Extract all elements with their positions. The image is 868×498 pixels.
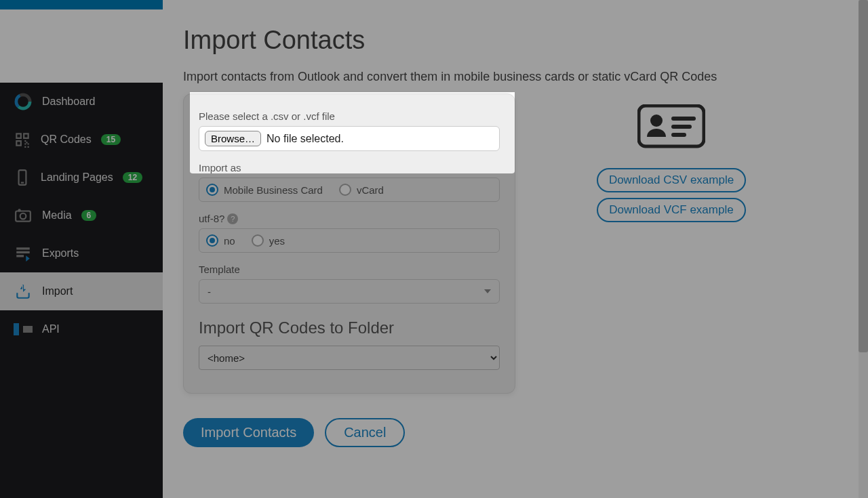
radio-indicator-icon: [206, 184, 218, 196]
scrollbar-thumb[interactable]: [859, 0, 868, 352]
utf8-label: utf-8? ?: [199, 213, 500, 224]
sidebar-item-label: Import: [42, 285, 73, 297]
import-panel: Please select a .csv or .vcf file Browse…: [183, 94, 515, 394]
camera-icon: [14, 207, 33, 224]
template-label: Template: [199, 264, 500, 275]
top-accent-bar: [0, 0, 163, 9]
radio-indicator-icon: [339, 184, 351, 196]
svg-rect-9: [23, 326, 33, 333]
svg-point-7: [18, 209, 20, 211]
sidebar-item-exports[interactable]: Exports: [0, 234, 163, 272]
file-input-row[interactable]: Browse… No file selected.: [199, 126, 500, 151]
vcard-illustration-icon: [637, 104, 705, 153]
sidebar-item-label: Dashboard: [42, 96, 95, 108]
radio-label: no: [224, 235, 235, 247]
radio-indicator-icon: [252, 234, 264, 247]
page-root: My Account Logout Dashboard QR Codes 15 …: [0, 0, 868, 498]
file-status-text: No file selected.: [267, 133, 344, 145]
form-actions: Import Contacts Cancel: [183, 418, 838, 447]
sidebar-item-dashboard[interactable]: Dashboard: [0, 83, 163, 121]
import-as-radio-group: Mobile Business Card vCard: [199, 178, 500, 202]
svg-rect-14: [671, 133, 686, 137]
right-column: Download CSV example Download VCF exampl…: [597, 104, 746, 222]
svg-rect-12: [671, 117, 696, 121]
sidebar-item-label: Landing Pages: [41, 171, 113, 184]
sidebar-item-qrcodes[interactable]: QR Codes 15: [0, 121, 163, 159]
radio-label: Mobile Business Card: [224, 184, 323, 196]
cancel-button[interactable]: Cancel: [325, 418, 405, 447]
sidebar: Dashboard QR Codes 15 Landing Pages 12 M…: [0, 83, 163, 498]
svg-point-6: [20, 213, 26, 220]
radio-vcard[interactable]: vCard: [339, 184, 384, 196]
page-subtitle: Import contacts from Outlook and convert…: [183, 70, 838, 84]
template-value: -: [208, 286, 211, 297]
download-buttons: Download CSV example Download VCF exampl…: [597, 168, 746, 222]
logo-area: [0, 9, 163, 83]
download-vcf-example-button[interactable]: Download VCF example: [597, 198, 746, 222]
phone-icon: [14, 169, 31, 186]
browse-button[interactable]: Browse…: [205, 131, 261, 146]
sidebar-item-api[interactable]: API: [0, 310, 163, 348]
utf8-label-text: utf-8?: [199, 213, 224, 224]
utf8-radio-group: no yes: [199, 228, 500, 253]
api-icon: [14, 323, 33, 335]
sidebar-item-label: QR Codes: [41, 133, 92, 146]
sidebar-item-label: Exports: [42, 247, 79, 260]
folder-select[interactable]: <home>: [199, 346, 500, 370]
badge-count: 6: [81, 210, 97, 221]
badge-count: 12: [123, 172, 142, 183]
main-content: Import Contacts Import contacts from Out…: [163, 0, 859, 498]
import-icon: [14, 283, 33, 300]
radio-indicator-icon: [206, 234, 218, 247]
sidebar-item-landing-pages[interactable]: Landing Pages 12: [0, 159, 163, 196]
folder-section-title: Import QR Codes to Folder: [199, 318, 500, 337]
svg-rect-8: [14, 323, 19, 335]
export-icon: [14, 245, 33, 262]
sidebar-item-label: API: [42, 323, 60, 335]
sidebar-item-media[interactable]: Media 6: [0, 196, 163, 234]
svg-rect-10: [639, 106, 704, 146]
download-csv-example-button[interactable]: Download CSV example: [597, 168, 746, 192]
dashboard-icon: [14, 92, 33, 111]
svg-point-11: [650, 115, 663, 127]
template-select[interactable]: -: [199, 279, 500, 304]
radio-label: vCard: [357, 184, 384, 196]
chevron-down-icon: [484, 289, 491, 293]
radio-utf8-yes[interactable]: yes: [252, 234, 285, 247]
file-select-label: Please select a .csv or .vcf file: [199, 110, 500, 122]
radio-mobile-business-card[interactable]: Mobile Business Card: [206, 184, 323, 196]
qrcode-icon: [14, 131, 31, 148]
badge-count: 15: [101, 134, 121, 145]
svg-rect-13: [671, 125, 692, 129]
sidebar-item-label: Media: [42, 209, 72, 222]
radio-utf8-no[interactable]: no: [206, 234, 235, 247]
radio-label: yes: [269, 235, 285, 247]
page-title: Import Contacts: [183, 26, 838, 55]
help-icon[interactable]: ?: [227, 213, 238, 224]
sidebar-item-import[interactable]: Import: [0, 272, 163, 310]
import-contacts-button[interactable]: Import Contacts: [183, 418, 314, 447]
